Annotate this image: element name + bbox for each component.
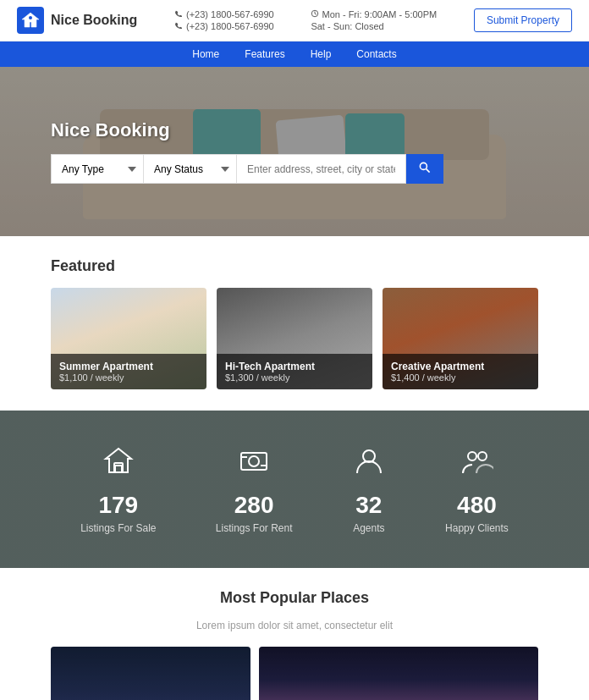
stat-num-rent: 280 (216, 492, 293, 519)
stat-label-rent: Listings For Rent (216, 522, 293, 534)
logo[interactable]: Nice Booking (17, 7, 137, 34)
svg-point-10 (363, 450, 375, 462)
status-select[interactable]: Any Status For Sale For Rent (144, 154, 237, 184)
featured-title: Featured (51, 257, 538, 275)
place-card-ny[interactable]: New York 3 Properties (51, 647, 250, 700)
svg-point-7 (249, 456, 259, 466)
nav-home[interactable]: Home (192, 48, 219, 60)
stat-listings-rent: 280 Listings For Rent (216, 444, 293, 534)
stat-listings-sale: 179 Listings For Sale (80, 444, 156, 534)
card-price-creative: $1,400 / weekly (391, 372, 530, 383)
stat-num-sale: 179 (80, 492, 156, 519)
card-creative[interactable]: Creative Apartment $1,400 / weekly (383, 288, 538, 389)
search-button[interactable] (406, 154, 443, 184)
card-name-summer: Summer Apartment (59, 361, 198, 372)
featured-section: Featured Summer Apartment $1,100 / weekl… (0, 236, 589, 411)
nav-contacts[interactable]: Contacts (356, 48, 396, 60)
hero-title: Nice Booking (51, 119, 443, 141)
search-icon (418, 161, 432, 174)
phone2-icon (174, 22, 183, 30)
nav-features[interactable]: Features (245, 48, 284, 60)
card-info-summer: Summer Apartment $1,100 / weekly (51, 354, 206, 389)
place-overlay-lv (259, 647, 538, 700)
hero-content: Nice Booking Any Type Apartment House Vi… (0, 94, 494, 209)
stat-label-sale: Listings For Sale (80, 522, 156, 534)
places-title: Most Popular Places (51, 589, 538, 607)
site-header: Nice Booking (+23) 1800-567-6990 (+23) 1… (0, 0, 589, 41)
card-price-hitech: $1,300 / weekly (225, 372, 364, 383)
card-price-summer: $1,100 / weekly (59, 372, 198, 383)
card-summer[interactable]: Summer Apartment $1,100 / weekly (51, 288, 206, 389)
svg-point-12 (478, 452, 487, 460)
card-info-hitech: Hi-Tech Apartment $1,300 / weekly (217, 354, 372, 389)
clients-icon (445, 444, 509, 485)
place-overlay-ny (51, 647, 250, 700)
card-info-creative: Creative Apartment $1,400 / weekly (383, 354, 538, 389)
svg-point-11 (468, 452, 476, 460)
stat-agents: 32 Agents (352, 444, 386, 534)
search-bar: Any Type Apartment House Villa Office An… (51, 154, 443, 184)
svg-point-1 (29, 16, 32, 19)
card-hitech[interactable]: Hi-Tech Apartment $1,300 / weekly (217, 288, 372, 389)
agent-icon (352, 444, 386, 485)
card-name-creative: Creative Apartment (391, 361, 530, 372)
type-select[interactable]: Any Type Apartment House Villa Office (51, 154, 144, 184)
main-nav: Home Features Help Contacts (0, 41, 589, 67)
svg-point-3 (420, 163, 427, 169)
clock-icon (311, 9, 319, 18)
header-contact: (+23) 1800-567-6990 (+23) 1800-567-6990 (174, 9, 274, 31)
places-grid-top: New York 3 Properties Las Vegas 4 Proper… (51, 647, 538, 700)
card-name-hitech: Hi-Tech Apartment (225, 361, 364, 372)
nav-help[interactable]: Help (311, 48, 332, 60)
places-subtitle: Lorem ipsum dolor sit amet, consectetur … (51, 620, 538, 631)
hero-section: Nice Booking Any Type Apartment House Vi… (0, 67, 589, 236)
home-icon (80, 444, 156, 485)
stat-num-clients: 480 (445, 492, 509, 519)
place-card-lv[interactable]: Las Vegas 4 Properties (259, 647, 538, 700)
money-icon (216, 444, 293, 485)
logo-icon (17, 7, 44, 34)
stats-section: 179 Listings For Sale 280 Listings For R… (0, 411, 589, 568)
stat-num-agents: 32 (352, 492, 386, 519)
stat-label-agents: Agents (352, 522, 386, 534)
phone-icon (174, 10, 183, 19)
submit-property-button[interactable]: Submit Property (474, 8, 572, 32)
featured-cards: Summer Apartment $1,100 / weekly Hi-Tech… (51, 288, 538, 389)
svg-line-4 (427, 169, 430, 173)
places-title-wrap: Most Popular Places Lorem ipsum dolor si… (51, 589, 538, 631)
header-hours: Mon - Fri: 9:00AM - 5:00PM Sat - Sun: Cl… (311, 9, 437, 31)
stat-clients: 480 Happy Clients (445, 444, 509, 534)
logo-text: Nice Booking (51, 13, 137, 28)
places-section: Most Popular Places Lorem ipsum dolor si… (0, 568, 589, 700)
address-input[interactable] (237, 154, 406, 184)
stat-label-clients: Happy Clients (445, 522, 509, 534)
